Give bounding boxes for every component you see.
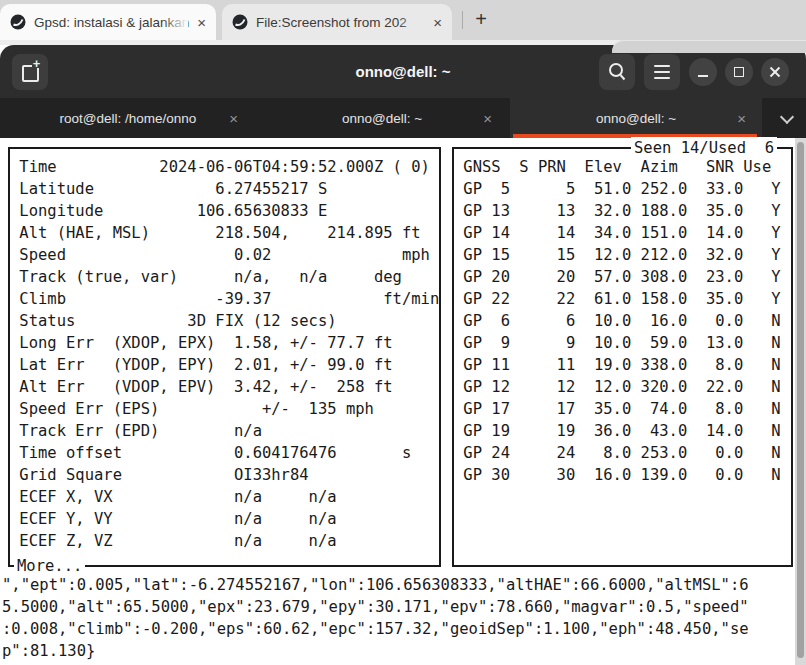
maximize-button[interactable] bbox=[725, 58, 753, 86]
satellite-row: GP 17 17 35.0 74.0 8.0 N bbox=[454, 398, 791, 420]
satellite-row: GP 13 13 32.0 188.0 35.0 Y bbox=[454, 200, 791, 222]
chevron-down-icon bbox=[780, 110, 794, 124]
gps-line: Speed 0.02 mph bbox=[10, 244, 439, 266]
terminal-content: Time 2024-06-06T04:59:52.000Z ( 0) Latit… bbox=[0, 138, 806, 665]
gps-line: Status 3D FIX (12 secs) bbox=[10, 310, 439, 332]
title-fade bbox=[162, 12, 188, 34]
browser-tab-screenshot[interactable]: File:Screenshot from 202 × bbox=[222, 4, 452, 40]
site-favicon-icon bbox=[10, 14, 26, 30]
scrollbar[interactable] bbox=[795, 138, 806, 665]
satellite-row: GP 12 12 12.0 320.0 22.0 N bbox=[454, 376, 791, 398]
terminal-tab-label: onno@dell: ~ bbox=[342, 111, 422, 126]
satellite-row: GP 6 6 10.0 16.0 0.0 N bbox=[454, 310, 791, 332]
satellite-row: GP 14 14 34.0 151.0 14.0 Y bbox=[454, 222, 791, 244]
terminal-tab-strip: root@dell: /home/onno × onno@dell: ~ × o… bbox=[0, 98, 806, 138]
gps-line: Track (true, var) n/a, n/a deg bbox=[10, 266, 439, 288]
screen: Gpsd: instalasi & jalankan × File:Screen… bbox=[0, 0, 806, 665]
json-line: :0.008,"climb":-0.200,"eps":60.62,"epc":… bbox=[2, 618, 802, 640]
satellite-row: GP 22 22 61.0 158.0 35.0 Y bbox=[454, 288, 791, 310]
gps-line: Latitude 6.27455217 S bbox=[10, 178, 439, 200]
minimize-button[interactable] bbox=[689, 58, 717, 86]
scrollbar-thumb[interactable] bbox=[797, 142, 804, 658]
maximize-icon bbox=[734, 67, 744, 77]
gps-line: Alt (HAE, MSL) 218.504, 214.895 ft bbox=[10, 222, 439, 244]
menu-button[interactable] bbox=[644, 54, 680, 90]
gps-line: ECEF X, VX n/a n/a bbox=[10, 486, 439, 508]
gps-line: Long Err (XDOP, EPX) 1.58, +/- 77.7 ft bbox=[10, 332, 439, 354]
terminal-tab-label: onno@dell: ~ bbox=[596, 111, 676, 126]
satellite-row: GP 30 30 16.0 139.0 0.0 N bbox=[454, 464, 791, 486]
json-output: ","ept":0.005,"lat":-6.274552167,"lon":1… bbox=[2, 574, 802, 662]
terminal-tab-root[interactable]: root@dell: /home/onno × bbox=[2, 98, 254, 138]
terminal-tab-onno-1[interactable]: onno@dell: ~ × bbox=[256, 98, 508, 138]
gps-line: Longitude 106.65630833 E bbox=[10, 200, 439, 222]
browser-tab-close-button[interactable]: × bbox=[433, 15, 442, 30]
close-icon bbox=[761, 58, 789, 86]
terminal-window: + onno@dell: ~ bbox=[0, 45, 806, 665]
gps-line: ECEF Z, VZ n/a n/a bbox=[10, 530, 439, 552]
gps-data-panel: Time 2024-06-06T04:59:52.000Z ( 0) Latit… bbox=[8, 147, 441, 567]
seen-used-label: Seen 14/Used 6 bbox=[631, 137, 777, 159]
json-line: ","ept":0.005,"lat":-6.274552167,"lon":1… bbox=[2, 574, 802, 596]
minimize-icon bbox=[698, 75, 708, 77]
gps-line: Time offset 0.604176476 s bbox=[10, 442, 439, 464]
hamburger-icon bbox=[654, 65, 670, 67]
tab-separator bbox=[462, 11, 463, 29]
site-favicon-icon bbox=[232, 14, 248, 30]
gps-line: Time 2024-06-06T04:59:52.000Z ( 0) bbox=[10, 156, 439, 178]
satellite-row: GP 5 5 51.0 252.0 33.0 Y bbox=[454, 178, 791, 200]
terminal-tab-onno-2-active[interactable]: onno@dell: ~ × bbox=[510, 98, 762, 138]
terminal-tab-close-button[interactable]: × bbox=[229, 110, 238, 127]
satellite-row: GP 20 20 57.0 308.0 23.0 Y bbox=[454, 266, 791, 288]
terminal-tab-label: root@dell: /home/onno bbox=[60, 111, 197, 126]
gps-line: Speed Err (EPS) +/- 135 mph bbox=[10, 398, 439, 420]
gps-line: ECEF Y, VY n/a n/a bbox=[10, 508, 439, 530]
browser-tab-gpsd[interactable]: Gpsd: instalasi & jalankan × bbox=[0, 4, 216, 40]
background-window-edge bbox=[612, 40, 806, 53]
satellite-row: GP 15 15 12.0 212.0 32.0 Y bbox=[454, 244, 791, 266]
gps-line: Track Err (EPD) n/a bbox=[10, 420, 439, 442]
gps-line: Alt Err (VDOP, EPV) 3.42, +/- 258 ft bbox=[10, 376, 439, 398]
title-fade bbox=[398, 12, 424, 34]
satellite-row: GP 19 19 36.0 43.0 14.0 N bbox=[454, 420, 791, 442]
satellite-row: GP 9 9 10.0 59.0 13.0 N bbox=[454, 332, 791, 354]
tab-list-dropdown-button[interactable] bbox=[770, 98, 804, 138]
browser-new-tab-button[interactable]: + bbox=[468, 7, 494, 33]
terminal-tab-close-button[interactable]: × bbox=[483, 110, 492, 127]
browser-tab-bar: Gpsd: instalasi & jalankan × File:Screen… bbox=[0, 0, 806, 40]
satellite-row: GP 24 24 8.0 253.0 0.0 N bbox=[454, 442, 791, 464]
satellite-row: GP 11 11 19.0 338.0 8.0 N bbox=[454, 354, 791, 376]
browser-tab-close-button[interactable]: × bbox=[197, 15, 206, 30]
json-line: 5.5000,"alt":65.5000,"epx":23.679,"epy":… bbox=[2, 596, 802, 618]
gps-line: Lat Err (YDOP, EPY) 2.01, +/- 99.0 ft bbox=[10, 354, 439, 376]
gps-line: Climb -39.37 ft/min bbox=[10, 288, 439, 310]
gps-line: Grid Square OI33hr84 bbox=[10, 464, 439, 486]
satellite-panel: Seen 14/Used 6 GNSS S PRN Elev Azim SNR … bbox=[452, 147, 793, 567]
json-line: p":81.130} bbox=[2, 640, 802, 662]
search-button[interactable] bbox=[599, 54, 635, 90]
search-icon bbox=[599, 54, 635, 90]
close-button[interactable] bbox=[761, 58, 789, 86]
satellite-table-header: GNSS S PRN Elev Azim SNR Use bbox=[454, 156, 791, 178]
terminal-tab-close-button[interactable]: × bbox=[737, 110, 746, 127]
